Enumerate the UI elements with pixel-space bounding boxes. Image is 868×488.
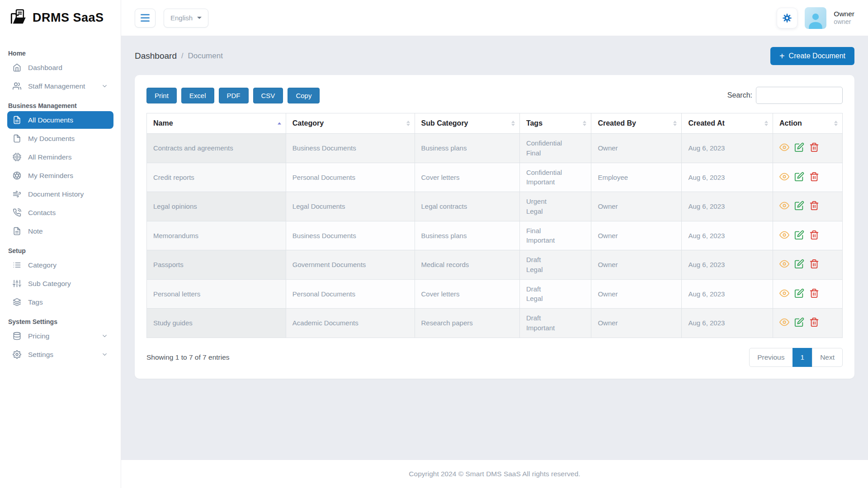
cell-category: Personal Documents — [286, 163, 415, 192]
cell-tags: Urgent Legal — [519, 192, 591, 221]
delete-button[interactable] — [809, 259, 819, 269]
cell-tags: Draft Legal — [519, 250, 591, 280]
database-icon — [13, 332, 21, 340]
breadcrumb-dashboard[interactable]: Dashboard — [135, 51, 177, 61]
column-header-created-at[interactable]: Created At — [682, 113, 773, 134]
view-button[interactable] — [779, 201, 789, 211]
chevron-down-icon — [101, 351, 108, 358]
print-button[interactable]: Print — [146, 88, 177, 103]
table-row: Contracts and agreements Business Docume… — [147, 134, 843, 163]
delete-button[interactable] — [809, 317, 819, 327]
user-name: Owner — [834, 9, 854, 18]
table-row: Passports Government Documents Medical r… — [147, 250, 843, 280]
edit-button[interactable] — [794, 172, 804, 182]
cell-created-by: Owner — [591, 279, 682, 309]
view-button[interactable] — [779, 288, 789, 298]
sidebar-item-label: Staff Management — [28, 82, 85, 90]
trash-icon — [809, 317, 819, 327]
sidebar-item-document-history[interactable]: Document History — [7, 185, 113, 203]
column-header-tags[interactable]: Tags — [519, 113, 591, 134]
sidebar-item-label: Tags — [28, 298, 43, 306]
create-document-button[interactable]: + Create Document — [770, 47, 854, 65]
sidebar-item-category[interactable]: Category — [7, 256, 113, 274]
section-label-home: Home — [8, 50, 113, 57]
sidebar-item-note[interactable]: Note — [7, 222, 113, 240]
cell-action — [773, 192, 843, 221]
sidebar-item-dashboard[interactable]: Dashboard — [7, 59, 113, 76]
sidebar-item-label: My Documents — [28, 135, 75, 143]
edit-button[interactable] — [794, 142, 804, 152]
column-header-name[interactable]: Name — [147, 113, 286, 134]
cell-name: Study guides — [147, 309, 286, 338]
excel-button[interactable]: Excel — [181, 88, 214, 103]
sort-asc-icon — [278, 122, 281, 125]
wind-icon — [13, 190, 21, 198]
topbar: English — [121, 0, 868, 36]
sidebar-item-tags[interactable]: Tags — [7, 293, 113, 311]
sidebar-item-staff-management[interactable]: Staff Management — [7, 77, 113, 95]
edit-button[interactable] — [794, 230, 804, 240]
search-label: Search: — [727, 91, 752, 99]
next-page-button[interactable]: Next — [812, 348, 843, 367]
view-button[interactable] — [779, 259, 789, 269]
sidebar: DRMS SaaS Home Dashboard Staff Managemen… — [0, 0, 121, 488]
column-header-created-by[interactable]: Created By — [591, 113, 682, 134]
cell-sub-category: Business plans — [415, 134, 519, 163]
list-icon — [13, 261, 21, 269]
delete-button[interactable] — [809, 201, 819, 211]
cell-created-at: Aug 6, 2023 — [682, 309, 773, 338]
delete-button[interactable] — [809, 172, 819, 182]
cell-name: Contracts and agreements — [147, 134, 286, 163]
sidebar-nav: Home Dashboard Staff Management Business… — [0, 36, 121, 364]
search-input[interactable] — [756, 87, 843, 104]
trash-icon — [809, 142, 819, 152]
view-button[interactable] — [779, 230, 789, 240]
sidebar-item-contacts[interactable]: Contacts — [7, 204, 113, 221]
edit-button[interactable] — [794, 201, 804, 211]
sidebar-item-all-documents[interactable]: All Documents — [7, 111, 113, 129]
page-1-button[interactable]: 1 — [793, 348, 813, 367]
view-button[interactable] — [779, 142, 789, 152]
settings-button[interactable] — [777, 8, 797, 28]
cell-created-by: Owner — [591, 309, 682, 338]
sidebar-item-pricing[interactable]: Pricing — [7, 327, 113, 345]
delete-button[interactable] — [809, 288, 819, 298]
cell-sub-category: Research papers — [415, 309, 519, 338]
sidebar-item-label: Settings — [28, 351, 53, 359]
view-button[interactable] — [779, 317, 789, 327]
csv-button[interactable]: CSV — [253, 88, 283, 103]
previous-page-button[interactable]: Previous — [749, 348, 793, 367]
column-header-action[interactable]: Action — [773, 113, 843, 134]
edit-button[interactable] — [794, 317, 804, 327]
copy-button[interactable]: Copy — [288, 88, 320, 103]
sidebar-item-my-documents[interactable]: My Documents — [7, 130, 113, 147]
sidebar-item-sub-category[interactable]: Sub Category — [7, 275, 113, 292]
cell-sub-category: Medical records — [415, 250, 519, 280]
view-button[interactable] — [779, 172, 789, 182]
gear-icon — [782, 13, 793, 23]
trash-icon — [809, 172, 819, 182]
gear-icon — [13, 350, 21, 359]
sidebar-toggle-button[interactable] — [135, 9, 156, 28]
cell-action — [773, 279, 843, 309]
content-area: Dashboard / Document + Create Document P… — [121, 36, 868, 460]
cell-name: Credit reports — [147, 163, 286, 192]
edit-button[interactable] — [794, 259, 804, 269]
users-icon — [13, 82, 21, 90]
cell-tags: Confidential Important — [519, 163, 591, 192]
sidebar-item-all-reminders[interactable]: All Reminders — [7, 148, 113, 166]
pdf-button[interactable]: PDF — [219, 88, 249, 103]
breadcrumb-document: Document — [188, 52, 222, 61]
trash-icon — [809, 230, 819, 240]
sidebar-item-settings[interactable]: Settings — [7, 346, 113, 363]
cell-created-at: Aug 6, 2023 — [682, 163, 773, 192]
column-header-category[interactable]: Category — [286, 113, 415, 134]
delete-button[interactable] — [809, 142, 819, 152]
delete-button[interactable] — [809, 230, 819, 240]
edit-button[interactable] — [794, 288, 804, 298]
cell-tags: Confidential Final — [519, 134, 591, 163]
column-header-sub-category[interactable]: Sub Category — [415, 113, 519, 134]
avatar[interactable] — [805, 7, 826, 29]
sidebar-item-my-reminders[interactable]: My Reminders — [7, 167, 113, 184]
language-dropdown[interactable]: English — [164, 9, 208, 28]
